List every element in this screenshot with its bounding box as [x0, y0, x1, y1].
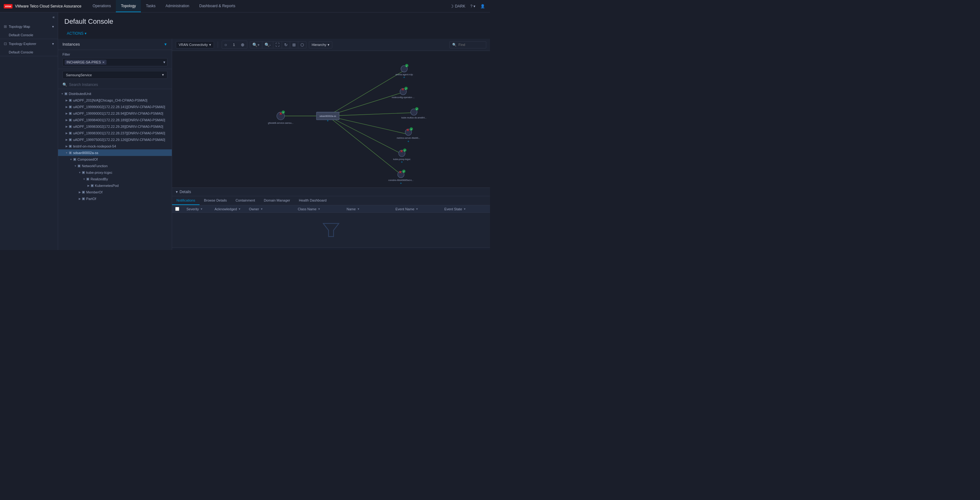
sidebar-topology-explorer-header[interactable]: ⊡ Topology Explorer ▾ [0, 39, 58, 48]
tree-arrow-memberof[interactable]: ▶ [78, 191, 82, 194]
tree-node-kube-proxy[interactable]: ▾ ▣ kube-proxy-tcgxc [58, 169, 172, 176]
tree-node-n6[interactable]: ▶ ▣ uADPF_199983001[172.22.28.237][DNRIV… [58, 130, 172, 136]
tree-arrow-n3[interactable]: ▶ [64, 112, 69, 115]
node-icon: ▣ [69, 144, 72, 148]
tab-browse-details[interactable]: Browse Details [200, 196, 231, 205]
sidebar-collapse-btn[interactable]: « [0, 13, 58, 22]
layout-button[interactable]: ⊞ [290, 42, 298, 48]
tree-arrow-n1[interactable]: ▶ [64, 99, 69, 102]
help-button[interactable]: ? ▾ [470, 4, 475, 8]
tree-node-n7[interactable]: ▶ ▣ uADPF_199975002[172.22.29.126][DNRIV… [58, 136, 172, 143]
col-severity[interactable]: Severity ▼ [183, 207, 212, 211]
nav-topology[interactable]: Topology [116, 0, 141, 12]
tree-node-realizedby[interactable]: ▾ ▣ RealizedBy [58, 176, 172, 182]
filter-icon[interactable]: ▼ [164, 42, 167, 46]
tree-node-n4[interactable]: ▶ ▣ uADPF_199984001[172.22.28.189][DNRIV… [58, 117, 172, 123]
tree-arrow-sdsan[interactable]: ▾ [64, 151, 69, 154]
nav-tasks[interactable]: Tasks [141, 0, 161, 12]
instances-title: Instances [62, 42, 80, 46]
tree-node-sdsan[interactable]: ▾ ▣ sdsan90002a-ss [58, 149, 172, 156]
zoom-in-button[interactable]: 🔍+ [250, 42, 262, 48]
tree-node-k8spod[interactable]: ▶ ▣ KubernetesPod [58, 182, 172, 189]
tree-node-n1[interactable]: ▶ ▣ uADPF_201[N/A][Chicago_CHI-CFMA0-PSM… [58, 97, 172, 104]
nav-dashboard[interactable]: Dashboard & Reports [194, 0, 240, 12]
service-select[interactable]: SamsungService ▾ [62, 71, 167, 79]
col-name[interactable]: Name ▼ [344, 207, 392, 211]
tree-node-nf[interactable]: ▾ ▣ NetworkFunction [58, 163, 172, 169]
tree-node-partof[interactable]: ▶ ▣ PartOf [58, 195, 172, 202]
tree-node-n8[interactable]: ▶ ▣ testnf-on-mock-nodepool-54 [58, 143, 172, 149]
zoom-minus-circle[interactable]: ○ [224, 42, 228, 48]
select-all-checkbox[interactable] [175, 207, 179, 211]
tree-arrow-kube-proxy[interactable]: ▾ [78, 171, 82, 174]
svg-text:✓: ✓ [403, 170, 405, 173]
topology-canvas[interactable]: sdsan90002a-ss gNodeB-service-samsu... ✕… [172, 51, 490, 187]
tree-node-label-n5: uADPF_199983002[172.22.29.28][DNRIV-CFMA… [73, 125, 170, 128]
tree-node-n3[interactable]: ▶ ▣ uADPF_199990001[172.22.28.94][DNRIV-… [58, 110, 172, 117]
tree-arrow-nf[interactable]: ▾ [73, 165, 78, 168]
node-icon: ▣ [69, 125, 72, 128]
col-eventname[interactable]: Event Name ▼ [392, 207, 441, 211]
find-text-input[interactable] [458, 43, 484, 46]
tab-health-dashboard[interactable]: Health Dashboard [294, 196, 331, 205]
refresh-button[interactable]: ↻ [282, 42, 290, 48]
sidebar-topology-map-header[interactable]: ⊞ Topology Map ▾ [0, 22, 58, 31]
eventname-filter-icon: ▼ [416, 208, 418, 211]
filter-empty-state [322, 220, 340, 240]
tree-arrow-partof[interactable]: ▶ [78, 197, 82, 200]
hierarchy-select[interactable]: Hierarchy ▾ [309, 41, 332, 48]
tree-arrow-du[interactable]: ▾ [60, 92, 64, 95]
classname-filter-icon: ▼ [318, 208, 320, 211]
app-title: VMware Telco Cloud Service Assurance [15, 4, 81, 8]
tree-arrow-n8[interactable]: ▶ [64, 145, 69, 148]
tree-arrow-n2[interactable]: ▶ [64, 105, 69, 109]
view-selector[interactable]: VRAN Connectivity ▾ [176, 41, 214, 48]
rel-icon: ▣ [86, 177, 89, 181]
actions-button[interactable]: ACTIONS ▾ [64, 30, 89, 37]
map-icon: ⊞ [4, 24, 7, 29]
tab-notifications[interactable]: Notifications [172, 196, 200, 205]
tab-containment[interactable]: Containment [231, 196, 259, 205]
tree-node-n2[interactable]: ▶ ▣ uADPF_199990002[172.22.28.141][DNRIV… [58, 104, 172, 110]
sidebar-item-default-console-2[interactable]: Default Console [0, 48, 58, 56]
tree-arrow-n6[interactable]: ▶ [64, 131, 69, 135]
tree-arrow-realizedby[interactable]: ▾ [82, 177, 86, 181]
col-classname[interactable]: Class Name ▼ [294, 207, 343, 211]
dark-mode-toggle[interactable]: ☽ DARK [450, 4, 465, 9]
nav-operations[interactable]: Operations [88, 0, 116, 12]
tree-node-composedof[interactable]: ▾ ▣ ComposedOf [58, 156, 172, 163]
nav-administration[interactable]: Administration [161, 0, 194, 12]
tree-node-label-du: DistributedUnit [69, 92, 170, 96]
col-eventstate[interactable]: Event State ▼ [441, 207, 490, 211]
zoom-value-input[interactable] [229, 43, 239, 46]
col-acknowledged[interactable]: Acknowledged ▼ [212, 207, 246, 211]
tree-arrow-composedof[interactable]: ▾ [69, 158, 73, 161]
details-header[interactable]: ▾ Details [172, 188, 490, 196]
col-owner[interactable]: Owner ▼ [246, 207, 294, 211]
fit-button[interactable]: ⛶ [273, 42, 282, 48]
svg-text:sdsan90002a-ss: sdsan90002a-ss [320, 115, 336, 118]
tree-node-memberof[interactable]: ▶ ▣ MemberOf [58, 189, 172, 195]
zoom-out-button[interactable]: 🔍- [262, 42, 273, 48]
sidebar-item-default-console-1[interactable]: Default Console [0, 31, 58, 39]
search-instances-input[interactable] [69, 83, 167, 87]
tree-node-n5[interactable]: ▶ ▣ uADPF_199983002[172.22.29.28][DNRIV-… [58, 123, 172, 130]
filter-dropdown-arrow: ▾ [163, 60, 165, 64]
tree-node-du[interactable]: ▾ ▣ DistributedUnit [58, 90, 172, 97]
svg-text:✕: ✕ [406, 128, 409, 132]
tab-domain-manager[interactable]: Domain Manager [259, 196, 294, 205]
search-icon: 🔍 [62, 83, 67, 87]
tree-arrow-k8spod[interactable]: ▶ [86, 184, 91, 187]
details-bottom-scrollbar[interactable] [172, 248, 490, 250]
filter-tag-remove[interactable]: ✕ [102, 61, 105, 64]
find-input[interactable]: 🔍 [449, 41, 486, 48]
tree-arrow-n7[interactable]: ▶ [64, 138, 69, 141]
user-avatar[interactable]: 👤 [480, 4, 485, 8]
tree-arrow-n5[interactable]: ▶ [64, 125, 69, 128]
severity-filter-icon: ▼ [200, 208, 203, 211]
tree-arrow-n4[interactable]: ▶ [64, 118, 69, 121]
details-panel: ▾ Details Notifications Browse Details C… [172, 187, 490, 250]
filter-tags-container[interactable]: INCHARGE-SA-PRES ✕ ▾ [62, 58, 167, 66]
zoom-plus-circle[interactable]: ⊕ [240, 42, 245, 48]
export-button[interactable]: ⬡ [298, 42, 306, 48]
